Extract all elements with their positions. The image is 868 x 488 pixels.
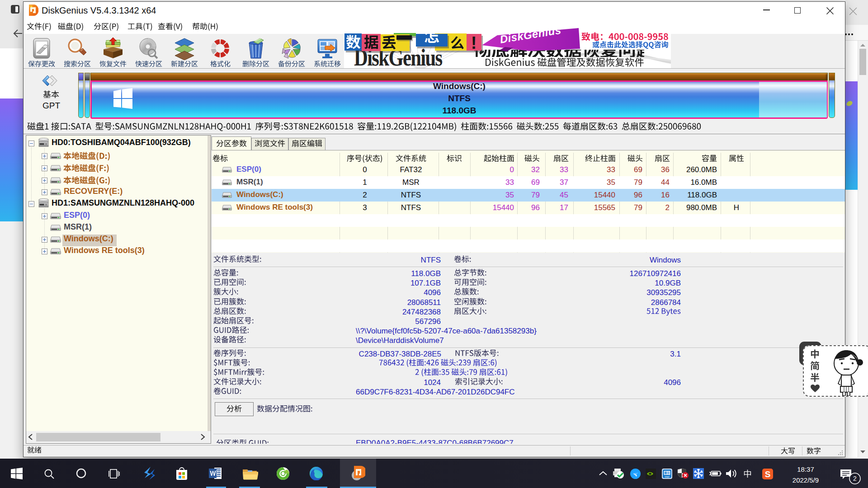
svg-text:2: 2 [853, 475, 857, 482]
svg-text:intel: intel [665, 475, 669, 478]
svg-text:S: S [765, 469, 771, 479]
